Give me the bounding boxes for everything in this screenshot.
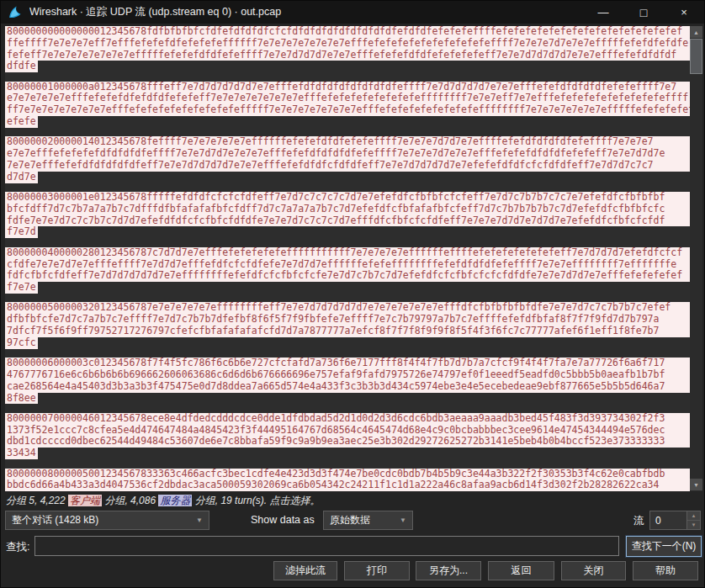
- data-format-dropdown-value: 原始数据: [330, 513, 370, 527]
- scroll-down-icon[interactable]: ▼: [690, 479, 702, 490]
- hex-line: cae268564e4a45403d3b3a3b3f475475e0d7d8dd…: [5, 381, 691, 393]
- server-packets-badge: 服务器: [158, 495, 192, 506]
- hex-line: bbdc6d66a4b433a3d4047536cf2dbdac3aca5000…: [5, 479, 691, 491]
- hex-line: 800000020000014012345678feffff7e7e7e7e7e…: [5, 136, 691, 148]
- status-middle: 分组, 4,086: [102, 495, 158, 506]
- hex-line: 80000001000000a012345678fffeff7e7d7d7d7d…: [5, 82, 691, 93]
- hex-line: efefe: [5, 116, 38, 128]
- hex-line: fdfe7e7e7d7c7c7b7c7d7d7efefdfdfcfcfbfcfd…: [5, 215, 691, 227]
- stream-chunk: 80000001000000a012345678fffeff7e7d7d7d7d…: [5, 82, 691, 128]
- spin-up-icon[interactable]: ▲: [687, 511, 700, 521]
- close-button[interactable]: 关闭: [561, 561, 626, 580]
- find-label: 查找:: [6, 540, 29, 554]
- chevron-down-icon: ▼: [400, 516, 406, 524]
- spin-down-icon[interactable]: ▼: [687, 521, 700, 529]
- hex-line: cfdfe7e7e7d7e7efffeffff7e7d7d7efffefdfcf…: [5, 259, 691, 271]
- hex-line: dfbfbfcfe7d7c7a7b7c7effff7e7d7c7b7b7dfef…: [5, 314, 691, 326]
- hex-line: dbd1cdccccd0dbec62544d49484c53607de6e7c8…: [5, 436, 691, 448]
- stream-number-label: 流: [633, 514, 644, 528]
- stream-chunk: 80000003000001e012345678fffffefdfdfcfcfc…: [5, 192, 691, 238]
- status-prefix: 分组 5, 4,222: [6, 495, 68, 506]
- hex-line: e7e7e7e7e7efffefefefdfefdfdfefefeff7e7e7…: [5, 93, 691, 104]
- hex-line: f7e7d: [5, 226, 38, 238]
- hex-line: fdfcfbfcfdfeff7e7d7d7d7d7d7e7effffffffef…: [5, 270, 691, 282]
- scrollbar-thumb[interactable]: [690, 39, 702, 74]
- hex-line: 8000000500000320123456787e7e7e7e7e7effff…: [5, 302, 691, 314]
- stream-chunk: 8000000400000280123456787c7d7d7e7efffefe…: [5, 247, 691, 294]
- hex-line: bfcfdff7d7c7b7a7a7b7c7dfffdfbfafafafbfcf…: [5, 204, 691, 215]
- maximize-icon[interactable]: □: [623, 1, 664, 24]
- stream-chunk: 800000000000000012345678fdfbfbfbfcfdfefd…: [5, 26, 691, 72]
- wireshark-logo-icon: [8, 5, 22, 19]
- data-format-dropdown[interactable]: 原始数据 ▼: [323, 511, 413, 530]
- back-button[interactable]: 返回: [488, 561, 554, 580]
- stream-chunk: 8000000500000320123456787e7e7e7e7e7effff…: [5, 302, 691, 348]
- stream-controls: 整个对话 (1428 kB) ▼ Show data as 原始数据 ▼ 流 0…: [1, 511, 704, 531]
- stream-number-value: 0: [650, 511, 686, 529]
- hex-line: 800000070000046012345678ece8e4dfdedcdddc…: [5, 413, 691, 425]
- hex-line: f7e7e: [5, 282, 38, 294]
- save-as-button[interactable]: 另存为...: [416, 561, 481, 580]
- hex-line: 800000000000000012345678fdfbfbfbfcfdfefd…: [5, 26, 691, 38]
- dialog-buttons: 滤掉此流 打印 另存为... 返回 关闭 帮助: [1, 561, 704, 581]
- hex-line: 33434: [5, 448, 38, 459]
- hex-line: ff7e7e7e7e7e7e7e7efffefefefefefefefefefe…: [5, 104, 691, 116]
- hex-line: ffeffff7e7e7e7eff7efffefefefdfefefefefff…: [5, 38, 691, 50]
- hex-line: e7e7efffefefefefdfdfdfdfeffff7e7e7d7d7e7…: [5, 148, 691, 160]
- conversation-dropdown[interactable]: 整个对话 (1428 kB) ▼: [5, 511, 209, 530]
- minimize-icon[interactable]: —: [583, 1, 623, 24]
- window-title: Wireshark · 追踪 UDP 流 (udp.stream eq 0) ·…: [29, 5, 583, 19]
- hex-line: 97cfc: [5, 337, 38, 349]
- hex-line: 4767776716e6c6b6b6b6b696662606063686c6d6…: [5, 369, 691, 381]
- stream-chunk: 80000008000005001234567833363c466acfc3be…: [5, 469, 691, 492]
- filter-out-stream-button[interactable]: 滤掉此流: [273, 561, 337, 580]
- vertical-scrollbar[interactable]: ▲ ▼: [690, 26, 702, 491]
- spinner-arrows: ▲ ▼: [686, 511, 700, 529]
- find-next-button[interactable]: 查找下一个(N): [626, 536, 702, 557]
- hex-line: fefeff7e7e7e7e7e7e7e7efffffefefefdfdfefe…: [5, 50, 691, 61]
- hex-line: 8f8ee: [5, 393, 38, 405]
- hex-line: 80000003000001e012345678fffffefdfdfcfcfc…: [5, 192, 691, 204]
- follow-stream-dialog: Wireshark · 追踪 UDP 流 (udp.stream eq 0) ·…: [0, 0, 705, 588]
- stream-content[interactable]: 800000000000000012345678fdfbfbfbfcfdfefd…: [5, 26, 691, 491]
- client-packets-badge: 客户端: [68, 495, 102, 506]
- titlebar: Wireshark · 追踪 UDP 流 (udp.stream eq 0) ·…: [1, 1, 704, 24]
- chevron-down-icon: ▼: [196, 516, 203, 524]
- hex-line: 8000000400000280123456787c7d7d7e7efffefe…: [5, 247, 691, 259]
- conversation-dropdown-value: 整个对话 (1428 kB): [12, 513, 98, 527]
- status-suffix: 分组, 19 turn(s). 点击选择。: [192, 495, 320, 506]
- scroll-up-icon[interactable]: ▲: [690, 26, 702, 38]
- stream-chunk: 80000006000003c012345678f7f4f5fc786f6c6b…: [5, 358, 691, 404]
- show-data-as-label: Show data as: [251, 514, 315, 526]
- stream-chunk: 800000070000046012345678ece8e4dfdedcdddc…: [5, 413, 691, 459]
- stream-chunk: 800000020000014012345678feffff7e7e7e7e7e…: [5, 136, 691, 183]
- print-button[interactable]: 打印: [344, 561, 410, 580]
- hex-line: 80000006000003c012345678f7f4f5fc786f6c6b…: [5, 358, 691, 369]
- stream-statistics: 分组 5, 4,222 客户端 分组, 4,086 服务器 分组, 19 tur…: [6, 494, 699, 508]
- find-row: 查找: 查找下一个(N): [1, 536, 704, 558]
- close-icon[interactable]: ×: [664, 1, 704, 24]
- find-input[interactable]: [34, 536, 619, 556]
- hex-line: 7dfcf7f5f6f9ff79752717276797cfefcfbfafaf…: [5, 326, 691, 337]
- hex-line: 80000008000005001234567833363c466acfc3be…: [5, 469, 691, 480]
- hex-line: d7d7e: [5, 172, 38, 183]
- hex-line: dfdfe: [5, 61, 38, 72]
- hex-line: 1373f52e1ccc7c8cfea5e4d474647484a4845423…: [5, 425, 691, 437]
- stream-number-spinner[interactable]: 0 ▲ ▼: [649, 511, 701, 530]
- hex-line: 7e7e7efffefefdfdfdfdfdfeff7e7e7d7d7d7d7e…: [5, 160, 691, 172]
- help-button[interactable]: 帮助: [633, 561, 698, 580]
